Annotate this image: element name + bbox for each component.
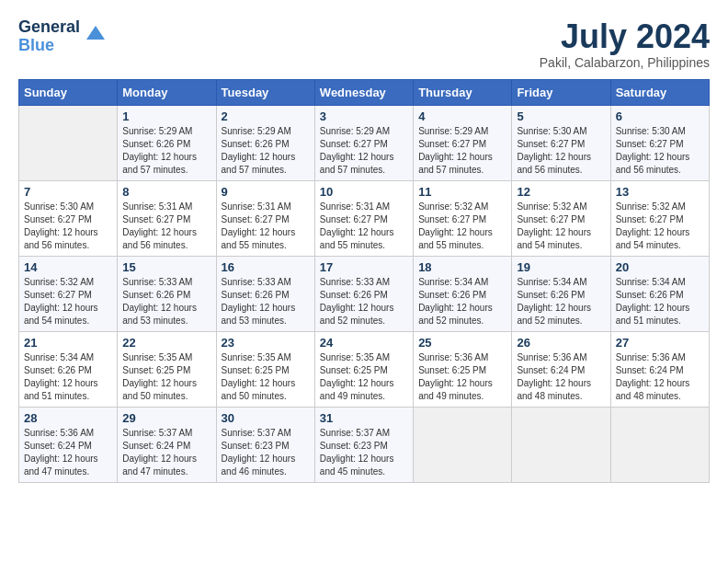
day-number: 12 [517,185,605,199]
header-sunday: Sunday [19,79,118,105]
week-row-3: 14Sunrise: 5:32 AMSunset: 6:27 PMDayligh… [19,256,710,331]
day-detail: Sunrise: 5:29 AMSunset: 6:26 PMDaylight:… [222,125,310,177]
calendar-cell: 18Sunrise: 5:34 AMSunset: 6:26 PMDayligh… [414,256,512,331]
header-monday: Monday [118,79,216,105]
header-wednesday: Wednesday [314,79,413,105]
day-number: 15 [122,260,210,274]
day-detail: Sunrise: 5:29 AMSunset: 6:27 PMDaylight:… [320,125,408,177]
week-row-5: 28Sunrise: 5:36 AMSunset: 6:24 PMDayligh… [19,407,710,482]
calendar-cell: 14Sunrise: 5:32 AMSunset: 6:27 PMDayligh… [19,256,118,331]
day-detail: Sunrise: 5:35 AMSunset: 6:25 PMDaylight:… [320,351,408,403]
day-detail: Sunrise: 5:37 AMSunset: 6:23 PMDaylight:… [222,427,310,478]
day-detail: Sunrise: 5:31 AMSunset: 6:27 PMDaylight:… [320,201,408,252]
calendar-cell: 26Sunrise: 5:36 AMSunset: 6:24 PMDayligh… [512,331,610,407]
calendar-cell: 3Sunrise: 5:29 AMSunset: 6:27 PMDaylight… [314,105,413,180]
day-number: 22 [122,336,210,350]
day-number: 24 [320,336,408,350]
day-number: 10 [320,185,408,199]
week-row-4: 21Sunrise: 5:34 AMSunset: 6:26 PMDayligh… [19,331,710,407]
logo-icon [82,21,109,49]
day-detail: Sunrise: 5:30 AMSunset: 6:27 PMDaylight:… [517,125,605,177]
day-number: 21 [24,336,112,350]
day-detail: Sunrise: 5:31 AMSunset: 6:27 PMDaylight:… [122,201,210,252]
header-row: SundayMondayTuesdayWednesdayThursdayFrid… [19,79,710,105]
day-number: 1 [122,109,210,123]
calendar-cell [512,407,610,482]
calendar-cell: 16Sunrise: 5:33 AMSunset: 6:26 PMDayligh… [216,256,314,331]
calendar-cell [414,407,512,482]
day-detail: Sunrise: 5:32 AMSunset: 6:27 PMDaylight:… [517,201,605,252]
day-detail: Sunrise: 5:29 AMSunset: 6:26 PMDaylight:… [122,125,210,177]
calendar-cell [610,407,709,482]
day-number: 13 [616,185,704,199]
calendar-cell: 23Sunrise: 5:35 AMSunset: 6:25 PMDayligh… [216,331,314,407]
day-number: 31 [320,411,408,425]
logo-line2: Blue [18,37,80,55]
day-detail: Sunrise: 5:36 AMSunset: 6:24 PMDaylight:… [517,351,605,403]
day-number: 18 [418,260,506,274]
calendar-cell: 10Sunrise: 5:31 AMSunset: 6:27 PMDayligh… [314,180,413,256]
calendar-cell: 8Sunrise: 5:31 AMSunset: 6:27 PMDaylight… [118,180,216,256]
calendar-cell: 31Sunrise: 5:37 AMSunset: 6:23 PMDayligh… [314,407,413,482]
header-tuesday: Tuesday [216,79,314,105]
month-year: July 2024 [540,18,710,55]
title-section: July 2024 Pakil, Calabarzon, Philippines [540,18,710,70]
day-detail: Sunrise: 5:30 AMSunset: 6:27 PMDaylight:… [616,125,704,177]
day-number: 11 [418,185,506,199]
day-detail: Sunrise: 5:37 AMSunset: 6:23 PMDaylight:… [320,427,408,478]
calendar-cell: 5Sunrise: 5:30 AMSunset: 6:27 PMDaylight… [512,105,610,180]
day-number: 28 [24,411,112,425]
calendar-cell: 1Sunrise: 5:29 AMSunset: 6:26 PMDaylight… [118,105,216,180]
calendar-cell: 21Sunrise: 5:34 AMSunset: 6:26 PMDayligh… [19,331,118,407]
day-number: 2 [222,109,310,123]
day-number: 29 [122,411,210,425]
day-number: 20 [616,260,704,274]
header-saturday: Saturday [610,79,709,105]
calendar-cell: 11Sunrise: 5:32 AMSunset: 6:27 PMDayligh… [414,180,512,256]
logo: General Blue [18,18,109,55]
day-number: 4 [418,109,506,123]
calendar-header: SundayMondayTuesdayWednesdayThursdayFrid… [19,79,710,105]
header-friday: Friday [512,79,610,105]
calendar-cell: 28Sunrise: 5:36 AMSunset: 6:24 PMDayligh… [19,407,118,482]
day-number: 26 [517,336,605,350]
calendar-cell: 2Sunrise: 5:29 AMSunset: 6:26 PMDaylight… [216,105,314,180]
calendar-cell: 7Sunrise: 5:30 AMSunset: 6:27 PMDaylight… [19,180,118,256]
day-number: 17 [320,260,408,274]
week-row-2: 7Sunrise: 5:30 AMSunset: 6:27 PMDaylight… [19,180,710,256]
day-detail: Sunrise: 5:37 AMSunset: 6:24 PMDaylight:… [122,427,210,478]
page-header: General Blue July 2024 Pakil, Calabarzon… [18,18,710,70]
day-number: 7 [24,185,112,199]
day-detail: Sunrise: 5:34 AMSunset: 6:26 PMDaylight:… [517,276,605,327]
calendar-cell: 30Sunrise: 5:37 AMSunset: 6:23 PMDayligh… [216,407,314,482]
svg-marker-0 [86,26,105,40]
calendar-cell [19,105,118,180]
day-detail: Sunrise: 5:35 AMSunset: 6:25 PMDaylight:… [222,351,310,403]
calendar-table: SundayMondayTuesdayWednesdayThursdayFrid… [18,79,710,483]
day-detail: Sunrise: 5:32 AMSunset: 6:27 PMDaylight:… [616,201,704,252]
day-detail: Sunrise: 5:36 AMSunset: 6:24 PMDaylight:… [24,427,112,478]
calendar-cell: 29Sunrise: 5:37 AMSunset: 6:24 PMDayligh… [118,407,216,482]
day-detail: Sunrise: 5:33 AMSunset: 6:26 PMDaylight:… [222,276,310,327]
day-detail: Sunrise: 5:33 AMSunset: 6:26 PMDaylight:… [122,276,210,327]
calendar-body: 1Sunrise: 5:29 AMSunset: 6:26 PMDaylight… [19,105,710,482]
day-number: 23 [222,336,310,350]
calendar-cell: 17Sunrise: 5:33 AMSunset: 6:26 PMDayligh… [314,256,413,331]
day-number: 3 [320,109,408,123]
week-row-1: 1Sunrise: 5:29 AMSunset: 6:26 PMDaylight… [19,105,710,180]
day-number: 8 [122,185,210,199]
day-detail: Sunrise: 5:36 AMSunset: 6:25 PMDaylight:… [418,351,506,403]
day-detail: Sunrise: 5:33 AMSunset: 6:26 PMDaylight:… [320,276,408,327]
day-detail: Sunrise: 5:34 AMSunset: 6:26 PMDaylight:… [418,276,506,327]
day-number: 19 [517,260,605,274]
calendar-cell: 13Sunrise: 5:32 AMSunset: 6:27 PMDayligh… [610,180,709,256]
location: Pakil, Calabarzon, Philippines [540,55,710,70]
day-number: 9 [222,185,310,199]
calendar-cell: 20Sunrise: 5:34 AMSunset: 6:26 PMDayligh… [610,256,709,331]
day-detail: Sunrise: 5:36 AMSunset: 6:24 PMDaylight:… [616,351,704,403]
day-detail: Sunrise: 5:32 AMSunset: 6:27 PMDaylight:… [24,276,112,327]
day-number: 6 [616,109,704,123]
day-number: 27 [616,336,704,350]
day-number: 5 [517,109,605,123]
calendar-cell: 12Sunrise: 5:32 AMSunset: 6:27 PMDayligh… [512,180,610,256]
